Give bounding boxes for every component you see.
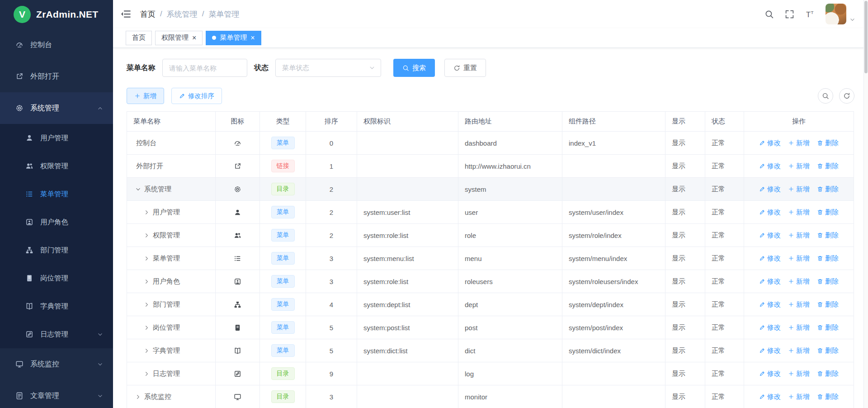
article-icon [15,392,24,400]
edit-button[interactable]: 修改 [759,323,781,332]
caret-down-icon[interactable] [849,17,855,23]
scrollbar-thumb[interactable] [864,1,868,73]
edit-pen-icon [759,347,765,354]
delete-button[interactable]: 删除 [817,323,839,332]
scrollbar[interactable] [863,0,868,408]
delete-button[interactable]: 删除 [817,162,839,171]
breadcrumb-separator: / [202,9,204,19]
add-row-button[interactable]: 新增 [788,185,810,194]
sidebar-item-dept-tree[interactable]: 部门管理 [0,236,113,264]
edit-button[interactable]: 修改 [759,370,781,378]
tab-home[interactable]: 首页 [126,31,152,45]
edit-button[interactable]: 修改 [759,393,781,401]
hamburger-icon[interactable] [120,9,131,19]
tree-expand-icon[interactable] [144,371,150,377]
sidebar-item-dict-book[interactable]: 字典管理 [0,292,113,320]
edit-button[interactable]: 修改 [759,139,781,147]
user-menu[interactable] [826,4,855,24]
sidebar-item-menu-list[interactable]: 菜单管理 [0,180,113,208]
delete-button[interactable]: 删除 [817,231,839,240]
add-row-button[interactable]: 新增 [788,139,810,147]
tree-expand-icon[interactable] [144,279,150,285]
tree-expand-icon[interactable] [144,325,150,331]
chevron-down-icon[interactable] [97,393,103,399]
edit-button[interactable]: 修改 [759,208,781,217]
plus-icon [788,232,794,238]
delete-button[interactable]: 删除 [817,393,839,401]
tree-expand-icon[interactable] [144,256,150,261]
search-toggle-button[interactable] [818,88,833,104]
edit-button[interactable]: 修改 [759,185,781,194]
tree-expand-icon[interactable] [144,302,150,308]
edit-pen-icon [759,370,765,377]
add-row-button[interactable]: 新增 [788,346,810,355]
sidebar-item-post-badge[interactable]: 岗位管理 [0,264,113,292]
tab-menu-management[interactable]: 菜单管理 × [206,31,261,45]
refresh-button[interactable] [839,88,854,104]
add-row-button[interactable]: 新增 [788,393,810,401]
edit-button[interactable]: 修改 [759,162,781,171]
edit-button[interactable]: 修改 [759,254,781,263]
add-row-button[interactable]: 新增 [788,277,810,286]
table-row: 日志管理目录9log显示正常修改新增删除 [127,362,854,385]
breadcrumb-home[interactable]: 首页 [140,9,156,19]
sidebar-item-log-edit[interactable]: 日志管理 [0,320,113,348]
edit-button[interactable]: 修改 [759,300,781,309]
sidebar-item-user-role[interactable]: 用户角色 [0,208,113,236]
sidebar-item-external-link[interactable]: 外部打开 [0,61,113,92]
add-row-button[interactable]: 新增 [788,254,810,263]
add-row-button[interactable]: 新增 [788,300,810,309]
app-logo[interactable]: V ZrAdmin.NET [0,0,113,29]
delete-button[interactable]: 删除 [817,370,839,378]
delete-button[interactable]: 删除 [817,208,839,217]
search-icon[interactable] [764,9,774,19]
delete-button[interactable]: 删除 [817,277,839,286]
tree-expand-icon[interactable] [144,232,150,238]
add-row-button[interactable]: 新增 [788,231,810,240]
type-tag: 菜单 [271,229,295,242]
menu-name-input[interactable] [162,59,247,77]
add-row-button[interactable]: 新增 [788,162,810,171]
sidebar-item-dashboard[interactable]: 控制台 [0,29,113,61]
tree-collapse-icon[interactable] [135,186,141,192]
fullscreen-icon[interactable] [785,9,794,19]
tree-expand-icon[interactable] [135,394,141,400]
add-row-button[interactable]: 新增 [788,323,810,332]
tree-expand-icon[interactable] [144,348,150,354]
sidebar-item-article[interactable]: 文章管理 [0,380,113,408]
close-icon[interactable]: × [250,34,255,42]
chevron-up-icon[interactable] [97,105,103,111]
edit-button[interactable]: 修改 [759,231,781,240]
add-row-button[interactable]: 新增 [788,208,810,217]
edit-pen-icon [759,394,765,400]
status-select[interactable]: 菜单状态 [275,59,381,77]
delete-button[interactable]: 删除 [817,185,839,194]
sidebar-item-gear[interactable]: 系统管理 [0,92,113,124]
avatar[interactable] [826,4,846,24]
column-header: 权限标识 [357,112,458,132]
delete-button[interactable]: 删除 [817,254,839,263]
sidebar-item-monitor[interactable]: 系统监控 [0,348,113,380]
trash-icon [817,186,823,192]
add-row-button[interactable]: 新增 [788,370,810,378]
font-size-icon[interactable]: TT [805,9,815,19]
chevron-down-icon[interactable] [97,332,103,337]
reset-button[interactable]: 重置 [444,59,486,77]
edit-button[interactable]: 修改 [759,277,781,286]
component-path: system/dict/index [562,339,665,362]
search-button[interactable]: 搜索 [393,59,435,77]
sort-edit-button[interactable]: 修改排序 [171,88,222,104]
tab-permission[interactable]: 权限管理 × [155,31,203,45]
breadcrumb-system[interactable]: 系统管理 [167,9,198,19]
delete-button[interactable]: 删除 [817,139,839,147]
tree-expand-icon[interactable] [144,209,150,215]
edit-button[interactable]: 修改 [759,346,781,355]
delete-button[interactable]: 删除 [817,346,839,355]
sidebar-item-user[interactable]: 用户管理 [0,124,113,152]
sidebar-item-users[interactable]: 权限管理 [0,152,113,180]
chevron-down-icon[interactable] [97,361,103,367]
menu-list-icon [222,255,253,262]
delete-button[interactable]: 删除 [817,300,839,309]
add-button[interactable]: 新增 [127,88,164,104]
close-icon[interactable]: × [192,34,196,42]
